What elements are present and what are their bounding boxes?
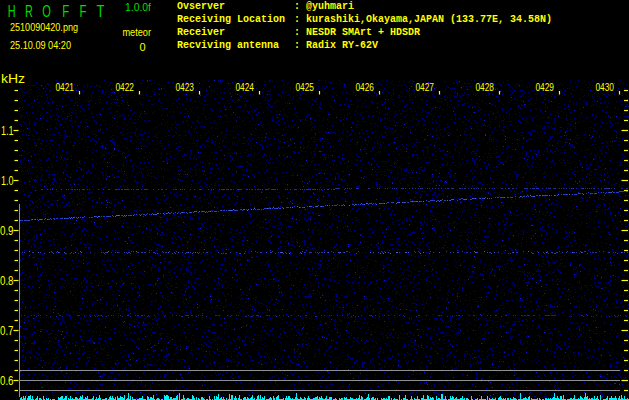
svg-text:0426: 0426 — [356, 81, 375, 93]
svg-text:1.0: 1.0 — [1, 173, 14, 188]
svg-text:0.8: 0.8 — [0, 273, 14, 288]
svg-text:T: T — [97, 2, 105, 21]
svg-text:Receiver: Receiver — [177, 27, 225, 38]
svg-text:F: F — [62, 2, 69, 21]
svg-text:Ovserver: Ovserver — [177, 1, 225, 12]
svg-text:1.1: 1.1 — [1, 123, 14, 138]
svg-text:25.10.09 04:20: 25.10.09 04:20 — [10, 39, 71, 51]
svg-text:O: O — [42, 2, 51, 21]
svg-text:0423: 0423 — [176, 81, 195, 93]
svg-text:0: 0 — [139, 41, 145, 53]
svg-text:: @yuhmari: : @yuhmari — [294, 1, 354, 12]
svg-text:F: F — [79, 2, 86, 21]
svg-text:: NESDR SMArt + HDSDR: : NESDR SMArt + HDSDR — [294, 27, 420, 38]
svg-text:Receiving Location: Receiving Location — [177, 14, 285, 25]
svg-text:0430: 0430 — [596, 81, 615, 93]
svg-text:Recviving antenna: Recviving antenna — [177, 40, 279, 51]
svg-text:kHz: kHz — [1, 72, 25, 86]
svg-text:0425: 0425 — [296, 81, 315, 93]
svg-text:: kurashiki,Okayama,JAPAN (133: : kurashiki,Okayama,JAPAN (133.77E, 34.5… — [294, 14, 552, 25]
svg-text:0428: 0428 — [476, 81, 495, 93]
svg-text:0429: 0429 — [536, 81, 555, 93]
svg-text:1.0.0f: 1.0.0f — [125, 2, 151, 13]
svg-text:H: H — [8, 2, 16, 21]
svg-text:0424: 0424 — [236, 81, 255, 93]
svg-text:: Radix RY-62V: : Radix RY-62V — [294, 40, 378, 51]
svg-text:0421: 0421 — [56, 81, 75, 93]
svg-text:0.7: 0.7 — [0, 323, 14, 338]
svg-text:0.9: 0.9 — [0, 223, 14, 238]
svg-text:R: R — [25, 2, 33, 21]
svg-text:0427: 0427 — [416, 81, 435, 93]
svg-text:2510090420.png: 2510090420.png — [10, 21, 78, 33]
svg-text:meteor: meteor — [123, 26, 152, 38]
svg-text:0422: 0422 — [116, 81, 135, 93]
svg-text:0.6: 0.6 — [0, 373, 14, 388]
